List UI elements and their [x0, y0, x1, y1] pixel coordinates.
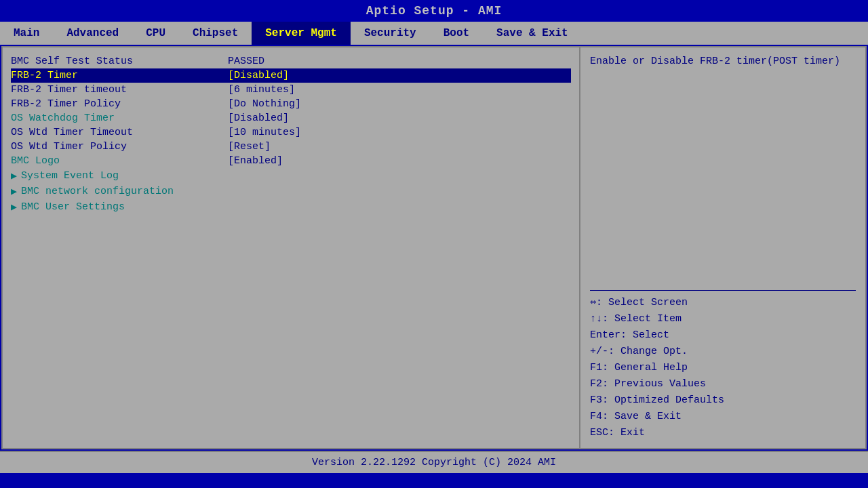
- help-text: Enable or Disable FRB-2 timer(POST timer…: [590, 54, 856, 286]
- key-help-line: ↑↓: Select Item: [590, 311, 856, 327]
- menu-row: FRB-2 Timer timeout[6 minutes]: [11, 83, 571, 97]
- submenu-row[interactable]: ▶System Event Log: [11, 168, 571, 184]
- submenu-label: BMC network configuration: [21, 186, 174, 197]
- menu-label: FRB-2 Timer: [11, 70, 228, 81]
- menu-row[interactable]: FRB-2 Timer[Disabled]: [11, 68, 571, 83]
- submenu-arrow-icon: ▶: [11, 185, 17, 198]
- footer-text: Version 2.22.1292 Copyright (C) 2024 AMI: [312, 457, 556, 468]
- menu-value: [6 minutes]: [228, 84, 295, 96]
- menu-row[interactable]: OS Watchdog Timer[Disabled]: [11, 111, 571, 125]
- nav-item-security[interactable]: Security: [351, 22, 430, 45]
- menu-label: OS Wtd Timer Policy: [11, 141, 228, 152]
- nav-item-chipset[interactable]: Chipset: [179, 22, 252, 45]
- menu-row: OS Wtd Timer Timeout[10 minutes]: [11, 125, 571, 140]
- nav-item-server-mgmt[interactable]: Server Mgmt: [252, 22, 351, 45]
- key-help-line: F4: Save & Exit: [590, 409, 856, 425]
- menu-value: [Do Nothing]: [228, 98, 301, 110]
- right-panel: Enable or Disable FRB-2 timer(POST timer…: [580, 47, 865, 448]
- menu-label: FRB-2 Timer timeout: [11, 84, 228, 96]
- submenu-arrow-icon: ▶: [11, 201, 17, 214]
- nav-item-boot[interactable]: Boot: [430, 22, 483, 45]
- submenu-arrow-icon: ▶: [11, 169, 17, 182]
- menu-label: OS Watchdog Timer: [11, 113, 228, 124]
- key-help-line: Enter: Select: [590, 327, 856, 344]
- menu-label: BMC Logo: [11, 155, 228, 167]
- menu-row: FRB-2 Timer Policy[Do Nothing]: [11, 97, 571, 111]
- key-help-line: ⇔: Select Screen: [590, 295, 856, 311]
- menu-value: PASSED: [228, 56, 264, 67]
- menu-value: [Enabled]: [228, 155, 283, 167]
- menu-value: [Reset]: [228, 141, 271, 152]
- nav-item-cpu[interactable]: CPU: [132, 22, 179, 45]
- menu-value: [Disabled]: [228, 113, 289, 124]
- submenu-row[interactable]: ▶BMC User Settings: [11, 199, 571, 215]
- nav-item-save-and-exit[interactable]: Save & Exit: [483, 22, 582, 45]
- nav-bar: MainAdvancedCPUChipsetServer MgmtSecurit…: [0, 22, 868, 45]
- submenu-label: System Event Log: [21, 170, 119, 182]
- menu-label: FRB-2 Timer Policy: [11, 98, 228, 110]
- menu-row: BMC Self Test StatusPASSED: [11, 54, 571, 68]
- menu-label: OS Wtd Timer Timeout: [11, 127, 228, 138]
- divider: [590, 290, 856, 291]
- app-title: Aptio Setup - AMI: [366, 4, 502, 18]
- key-help-line: ESC: Exit: [590, 425, 856, 441]
- key-help-line: F3: Optimized Defaults: [590, 392, 856, 409]
- key-help-line: F2: Previous Values: [590, 376, 856, 392]
- title-bar: Aptio Setup - AMI: [0, 0, 868, 22]
- menu-row[interactable]: BMC Logo[Enabled]: [11, 154, 571, 168]
- key-help: ⇔: Select Screen↑↓: Select ItemEnter: Se…: [590, 295, 856, 441]
- key-help-line: F1: General Help: [590, 360, 856, 376]
- nav-item-advanced[interactable]: Advanced: [53, 22, 132, 45]
- menu-label: BMC Self Test Status: [11, 56, 228, 67]
- main-content: BMC Self Test StatusPASSEDFRB-2 Timer[Di…: [1, 46, 867, 449]
- submenu-row[interactable]: ▶BMC network configuration: [11, 184, 571, 199]
- nav-item-main[interactable]: Main: [0, 22, 53, 45]
- menu-value: [10 minutes]: [228, 127, 301, 138]
- menu-row: OS Wtd Timer Policy[Reset]: [11, 140, 571, 154]
- key-help-line: +/-: Change Opt.: [590, 344, 856, 360]
- left-panel: BMC Self Test StatusPASSEDFRB-2 Timer[Di…: [3, 47, 580, 448]
- footer: Version 2.22.1292 Copyright (C) 2024 AMI: [0, 451, 868, 473]
- submenu-label: BMC User Settings: [21, 201, 125, 213]
- menu-value: [Disabled]: [228, 70, 289, 81]
